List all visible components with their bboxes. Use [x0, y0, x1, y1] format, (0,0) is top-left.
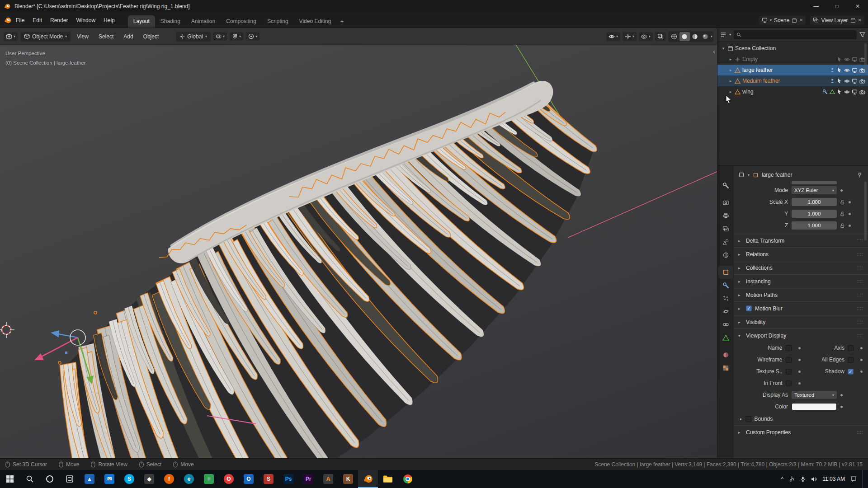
animate-dot[interactable]: [840, 406, 843, 408]
tab-shading[interactable]: Shading: [155, 15, 186, 28]
tab-texture[interactable]: [718, 361, 733, 375]
shading-material-button[interactable]: [690, 32, 700, 41]
speaker-icon[interactable]: [811, 476, 817, 482]
disclosure-icon[interactable]: ▸: [728, 89, 733, 94]
outliner-row-large-feather[interactable]: ▸ large feather: [717, 65, 868, 75]
hide-viewport-icon[interactable]: [844, 78, 850, 84]
disable-render-icon[interactable]: [859, 78, 865, 84]
scene-browse-icon[interactable]: [762, 17, 768, 23]
outliner-item-label[interactable]: large feather: [742, 67, 773, 73]
tab-scripting[interactable]: Scripting: [262, 15, 294, 28]
taskbar-item-search[interactable]: [20, 470, 40, 488]
scene-dropdown-caret[interactable]: ▾: [770, 18, 772, 22]
tab-view-layer[interactable]: [718, 222, 733, 235]
taskbar-item-opera[interactable]: O: [219, 470, 239, 488]
taskbar-item-premiere[interactable]: Pr: [298, 470, 318, 488]
tab-particles[interactable]: [718, 292, 733, 305]
disable-viewport-icon[interactable]: [852, 89, 858, 95]
panel-visibility[interactable]: ▸Visibility::::: [734, 315, 868, 328]
selectable-icon[interactable]: [837, 67, 842, 73]
tab-output[interactable]: [718, 209, 733, 222]
animate-dot[interactable]: [798, 382, 801, 385]
outliner-item-label[interactable]: Empty: [742, 56, 758, 62]
tab-object[interactable]: [718, 266, 733, 279]
close-button[interactable]: ✕: [847, 0, 868, 13]
usb-icon[interactable]: [789, 476, 795, 482]
panel-motion-blur[interactable]: ▸✓Motion Blur::::: [734, 301, 868, 315]
outliner-editor-icon[interactable]: [720, 32, 726, 38]
taskbar-item-mail[interactable]: ✉: [99, 470, 119, 488]
menu-file[interactable]: File: [12, 15, 28, 25]
properties-scrollbar[interactable]: [864, 182, 867, 240]
menu-select[interactable]: Select: [95, 32, 117, 42]
selectable-icon[interactable]: [837, 56, 842, 62]
outliner-row-scene-collection[interactable]: ▾ Scene Collection: [717, 43, 868, 54]
panel-relations[interactable]: ▸Relations::::: [734, 247, 868, 261]
object-color-swatch[interactable]: [792, 403, 837, 410]
lock-icon[interactable]: [840, 211, 845, 216]
disable-render-icon[interactable]: [859, 89, 865, 95]
panel-instancing[interactable]: ▸Instancing::::: [734, 274, 868, 288]
mode-dropdown[interactable]: Object Mode ▾: [20, 32, 71, 42]
taskbar-item-blender[interactable]: [358, 470, 378, 488]
menu-add[interactable]: Add: [120, 32, 137, 42]
animate-dot[interactable]: [840, 189, 843, 192]
panel-motion-paths[interactable]: ▸Motion Paths::::: [734, 288, 868, 301]
motion-blur-checkbox[interactable]: ✓: [746, 305, 752, 311]
scene-name[interactable]: Scene: [774, 17, 789, 23]
hide-viewport-icon[interactable]: [844, 56, 850, 62]
tab-compositing[interactable]: Compositing: [221, 15, 262, 28]
proportional-edit-dropdown[interactable]: ▾: [246, 32, 259, 41]
subpanel-bounds[interactable]: ▸ Bounds: [738, 413, 863, 425]
shading-solid-button[interactable]: [679, 32, 690, 41]
tab-tool[interactable]: [718, 179, 733, 192]
disclosure-icon[interactable]: ▸: [728, 79, 733, 83]
menu-render[interactable]: Render: [46, 15, 72, 25]
taskbar-item-media-app[interactable]: S: [259, 470, 278, 488]
pivot-point-dropdown[interactable]: ▾: [213, 32, 227, 41]
shading-wireframe-button[interactable]: [669, 32, 679, 41]
outliner-row-wing[interactable]: ▸ wing: [717, 86, 868, 97]
new-view-layer-icon[interactable]: [850, 18, 856, 23]
xray-toggle[interactable]: [655, 32, 666, 41]
disclosure-icon[interactable]: ▾: [721, 46, 726, 51]
disable-viewport-icon[interactable]: [852, 78, 858, 84]
animate-dot[interactable]: [849, 201, 851, 203]
taskbar-item-notes[interactable]: ≡: [199, 470, 219, 488]
tab-animation[interactable]: Animation: [186, 15, 221, 28]
outliner-item-label[interactable]: Scene Collection: [735, 45, 776, 52]
view-layer-name[interactable]: View Layer: [821, 17, 848, 23]
animate-dot[interactable]: [840, 394, 843, 396]
show-desktop-button[interactable]: [862, 470, 864, 488]
display-as-dropdown[interactable]: Textured▾: [792, 391, 837, 399]
taskbar-item-start[interactable]: [0, 470, 20, 488]
show-gizmo-dropdown[interactable]: ▾: [623, 32, 637, 41]
taskbar-item-outlook[interactable]: O: [239, 470, 259, 488]
tab-constraints[interactable]: [718, 318, 733, 331]
bounds-checkbox[interactable]: [745, 416, 751, 422]
scale-z-field[interactable]: 1.000: [792, 221, 837, 230]
tab-physics[interactable]: [718, 305, 733, 318]
new-scene-icon[interactable]: [792, 18, 797, 23]
disable-viewport-icon[interactable]: [852, 56, 858, 62]
panel-collections[interactable]: ▸Collections::::: [734, 261, 868, 274]
menu-object[interactable]: Object: [140, 32, 163, 42]
tab-video-editing[interactable]: Video Editing: [294, 15, 337, 28]
blender-logo-icon[interactable]: [4, 16, 12, 24]
remove-view-layer-icon[interactable]: ✕: [858, 18, 862, 23]
in-front-checkbox[interactable]: [786, 380, 792, 386]
3d-viewport[interactable]: ▾ Object Mode ▾ View Select Add Object G…: [0, 28, 717, 458]
tab-material[interactable]: [718, 348, 733, 361]
hide-viewport-icon[interactable]: [844, 89, 850, 95]
animate-dot[interactable]: [860, 359, 863, 361]
menu-help[interactable]: Help: [99, 15, 119, 25]
panel-custom-properties[interactable]: ▸Custom Properties::::: [734, 425, 868, 439]
outliner-search[interactable]: [734, 30, 857, 39]
taskbar-item-photoshop[interactable]: Ps: [278, 470, 298, 488]
notification-icon[interactable]: [850, 476, 857, 482]
taskbar-item-explorer[interactable]: [378, 470, 398, 488]
scene-selector[interactable]: ▾ Scene ✕: [759, 16, 806, 25]
taskbar-item-audio-app[interactable]: A: [318, 470, 338, 488]
scale-y-field[interactable]: 1.000: [792, 210, 837, 218]
panel-viewport-display[interactable]: ▾Viewport Display::::: [734, 328, 868, 342]
